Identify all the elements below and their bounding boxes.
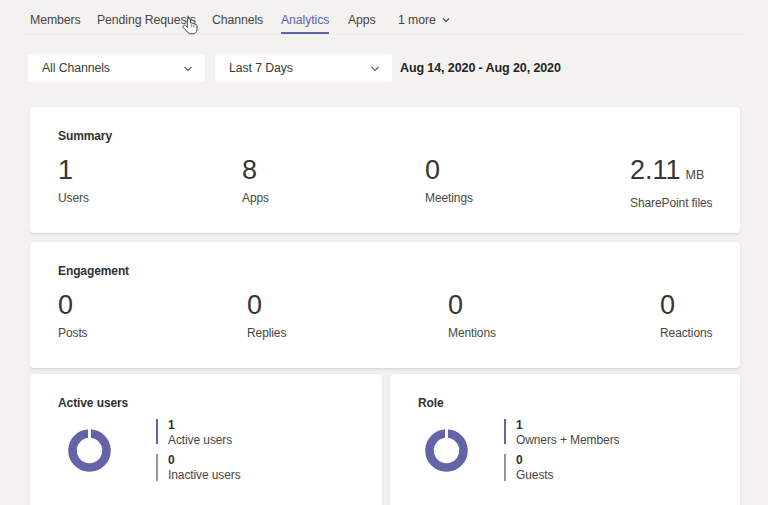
channel-filter-value: All Channels bbox=[42, 61, 110, 75]
tab-members[interactable]: Members bbox=[30, 13, 81, 32]
role-card: Role 1 Owners + Members 0 Guests bbox=[390, 374, 740, 505]
tab-more[interactable]: 1 more bbox=[398, 13, 451, 32]
summary-title: Summary bbox=[58, 130, 112, 143]
engagement-title: Engagement bbox=[58, 265, 129, 278]
stat-users-value: 1 bbox=[58, 157, 89, 183]
stat-replies-value: 0 bbox=[247, 292, 286, 318]
stat-reactions: 0 Reactions bbox=[660, 292, 712, 340]
legend-owners-members-label: Owners + Members bbox=[516, 433, 619, 447]
legend-guests: 0 Guests bbox=[504, 454, 553, 481]
engagement-card: Engagement 0 Posts 0 Replies 0 Mentions … bbox=[30, 242, 740, 368]
stat-sharepoint-files: 2.11MB SharePoint files bbox=[630, 157, 712, 210]
chevron-down-icon bbox=[369, 63, 381, 75]
stat-mentions-value: 0 bbox=[448, 292, 496, 318]
legend-owners-members-value: 1 bbox=[516, 419, 619, 432]
legend-guests-value: 0 bbox=[516, 454, 553, 467]
stat-apps: 8 Apps bbox=[242, 157, 269, 205]
stat-apps-label: Apps bbox=[242, 191, 269, 205]
stat-replies: 0 Replies bbox=[247, 292, 286, 340]
stat-users-label: Users bbox=[58, 191, 89, 205]
tab-more-label: 1 more bbox=[398, 13, 436, 27]
stat-sharepoint-value: 2.11MB bbox=[630, 157, 712, 188]
stat-sharepoint-label: SharePoint files bbox=[630, 196, 712, 210]
legend-guests-label: Guests bbox=[516, 468, 553, 482]
active-users-donut-chart bbox=[68, 429, 111, 472]
period-filter-value: Last 7 Days bbox=[229, 61, 293, 75]
stat-reactions-value: 0 bbox=[660, 292, 712, 318]
stat-sharepoint-unit: MB bbox=[686, 168, 705, 182]
period-filter-select[interactable]: Last 7 Days bbox=[215, 54, 392, 82]
legend-active-users: 1 Active users bbox=[156, 419, 232, 444]
chevron-down-icon bbox=[182, 63, 194, 75]
legend-inactive-users-value: 0 bbox=[168, 454, 241, 467]
role-donut-chart bbox=[425, 429, 468, 472]
stat-reactions-label: Reactions bbox=[660, 326, 712, 340]
legend-active-users-value: 1 bbox=[168, 419, 232, 432]
stat-replies-label: Replies bbox=[247, 326, 286, 340]
stat-meetings: 0 Meetings bbox=[425, 157, 473, 205]
legend-inactive-users: 0 Inactive users bbox=[156, 454, 241, 481]
stat-mentions: 0 Mentions bbox=[448, 292, 496, 340]
cursor-pointer-icon bbox=[182, 17, 199, 37]
channel-filter-select[interactable]: All Channels bbox=[28, 54, 205, 82]
tab-bar-divider bbox=[20, 34, 748, 35]
active-users-card: Active users 1 Active users 0 Inactive u… bbox=[30, 374, 382, 505]
stat-sharepoint-number: 2.11 bbox=[630, 155, 681, 185]
stat-mentions-label: Mentions bbox=[448, 326, 496, 340]
stat-apps-value: 8 bbox=[242, 157, 269, 183]
stat-users: 1 Users bbox=[58, 157, 89, 205]
tab-bar: Members Pending Requests Channels Analyt… bbox=[0, 0, 768, 36]
role-title: Role bbox=[418, 397, 444, 410]
active-users-title: Active users bbox=[58, 397, 128, 410]
stat-meetings-value: 0 bbox=[425, 157, 473, 183]
stat-posts-label: Posts bbox=[58, 326, 88, 340]
legend-inactive-users-label: Inactive users bbox=[168, 468, 241, 482]
tab-channels[interactable]: Channels bbox=[212, 13, 263, 32]
legend-active-users-label: Active users bbox=[168, 433, 232, 447]
tab-apps[interactable]: Apps bbox=[348, 13, 376, 32]
stat-posts-value: 0 bbox=[58, 292, 88, 318]
legend-owners-members: 1 Owners + Members bbox=[504, 419, 619, 444]
stat-posts: 0 Posts bbox=[58, 292, 88, 340]
date-range-label: Aug 14, 2020 - Aug 20, 2020 bbox=[400, 54, 561, 82]
stat-meetings-label: Meetings bbox=[425, 191, 473, 205]
chevron-down-icon bbox=[441, 15, 451, 25]
summary-card: Summary 1 Users 8 Apps 0 Meetings 2.11MB… bbox=[30, 107, 740, 233]
tab-analytics[interactable]: Analytics bbox=[281, 13, 329, 34]
